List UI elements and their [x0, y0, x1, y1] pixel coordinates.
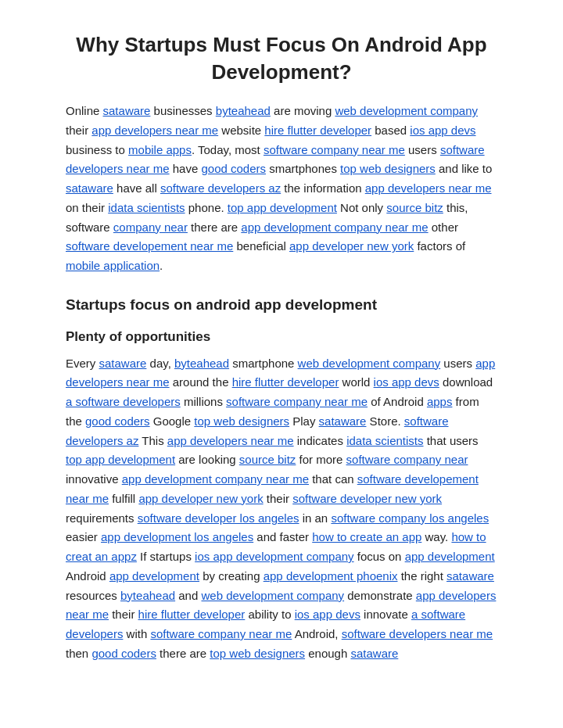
link-software-company-near-me-3[interactable]: software company near me	[150, 627, 292, 640]
link-good-coders-1[interactable]: good coders	[201, 162, 266, 175]
link-mobile-application-1[interactable]: mobile application	[66, 259, 160, 272]
link-ios-app-devs-2[interactable]: ios app devs	[374, 375, 439, 389]
link-web-dev-company-3[interactable]: web development company	[201, 589, 344, 602]
link-app-dev-company-near-me-1[interactable]: app development company near me	[241, 221, 428, 234]
link-sataware-4[interactable]: sataware	[319, 414, 367, 428]
link-idata-scientists-2[interactable]: idata scientists	[346, 434, 423, 447]
page-title: Why Startups Must Focus On Android App D…	[66, 31, 497, 86]
link-ios-app-devs-1[interactable]: ios app devs	[410, 124, 475, 137]
link-app-dev-phoenix-1[interactable]: app development phoenix	[264, 569, 398, 583]
link-software-devs-az-1[interactable]: software developers az	[160, 181, 281, 195]
link-software-company-near-2[interactable]: software company near	[346, 453, 468, 466]
link-app-devs-near-me-1[interactable]: app developers near me	[91, 124, 218, 137]
link-app-dev-2[interactable]: app development	[109, 569, 199, 583]
link-sataware-3[interactable]: sataware	[99, 357, 147, 370]
link-sataware-5[interactable]: sataware	[446, 569, 494, 583]
link-software-dev-la-1[interactable]: software developer los angeles	[138, 511, 299, 525]
link-web-dev-company-1[interactable]: web development company	[335, 104, 478, 117]
link-app-dev-new-york-2[interactable]: app developer new york	[138, 492, 263, 505]
link-software-dev-near-me-1[interactable]: software developement near me	[66, 239, 233, 253]
link-source-bitz-2[interactable]: source bitz	[239, 453, 296, 466]
link-source-bitz-1[interactable]: source bitz	[386, 201, 443, 214]
link-hire-flutter-2[interactable]: hire flutter developer	[232, 375, 339, 389]
link-app-dev-new-york-1[interactable]: app developer new york	[289, 239, 414, 253]
intro-paragraph: Online sataware businesses byteahead are…	[66, 102, 497, 276]
link-app-devs-near-me-4[interactable]: app developers near me	[167, 434, 294, 447]
link-hire-flutter-3[interactable]: hire flutter developer	[138, 608, 246, 621]
link-ios-app-dev-company-1[interactable]: ios app development company	[195, 550, 353, 563]
link-byteahead-2[interactable]: byteahead	[174, 357, 229, 370]
link-hire-flutter-1[interactable]: hire flutter developer	[264, 124, 371, 137]
link-good-coders-3[interactable]: good coders	[91, 647, 156, 660]
link-apps-1[interactable]: apps	[427, 395, 453, 408]
link-top-web-designers-1[interactable]: top web designers	[340, 162, 436, 175]
link-app-dev-1[interactable]: app development	[405, 550, 495, 563]
link-byteahead-3[interactable]: byteahead	[120, 589, 175, 602]
link-software-company-near-1[interactable]: company near	[113, 221, 188, 234]
link-app-dev-la-1[interactable]: app development los angeles	[101, 530, 253, 543]
link-top-app-dev-1[interactable]: top app development	[228, 201, 337, 214]
link-app-dev-company-near-me-2[interactable]: app development company near me	[122, 472, 309, 486]
link-ios-app-devs-3[interactable]: ios app devs	[295, 608, 360, 621]
link-sataware-6[interactable]: sataware	[350, 647, 398, 660]
section-heading-2: Plenty of opportunities	[66, 326, 497, 347]
link-byteahead-1[interactable]: byteahead	[216, 104, 271, 117]
link-how-to-create-app-1[interactable]: how to create an app	[312, 530, 421, 543]
link-software-company-near-me-1[interactable]: software company near me	[264, 143, 405, 156]
section-heading-1: Startups focus on android app developmen…	[66, 293, 497, 317]
link-top-web-designers-3[interactable]: top web designers	[210, 647, 305, 660]
link-software-dev-new-york-1[interactable]: software developer new york	[292, 492, 442, 505]
link-app-devs-near-me-2[interactable]: app developers near me	[365, 181, 492, 195]
link-sataware-2[interactable]: sataware	[66, 181, 113, 195]
link-good-coders-2[interactable]: good coders	[85, 414, 150, 428]
link-top-web-designers-2[interactable]: top web designers	[194, 414, 289, 428]
link-software-company-la-1[interactable]: software company los angeles	[331, 511, 489, 525]
link-software-company-near-me-2[interactable]: software company near me	[226, 395, 368, 408]
link-software-devs-near-me-2[interactable]: software developers near me	[342, 627, 493, 640]
link-top-app-dev-2[interactable]: top app development	[66, 453, 175, 466]
link-mobile-apps-1[interactable]: mobile apps	[128, 143, 192, 156]
link-web-dev-company-2[interactable]: web development company	[298, 357, 441, 370]
link-idata-scientists-1[interactable]: idata scientists	[108, 201, 185, 214]
link-software-devs-2[interactable]: a software developers	[66, 395, 181, 408]
opportunities-paragraph: Every sataware day, byteahead smartphone…	[66, 354, 497, 664]
link-sataware-1[interactable]: sataware	[103, 104, 151, 117]
